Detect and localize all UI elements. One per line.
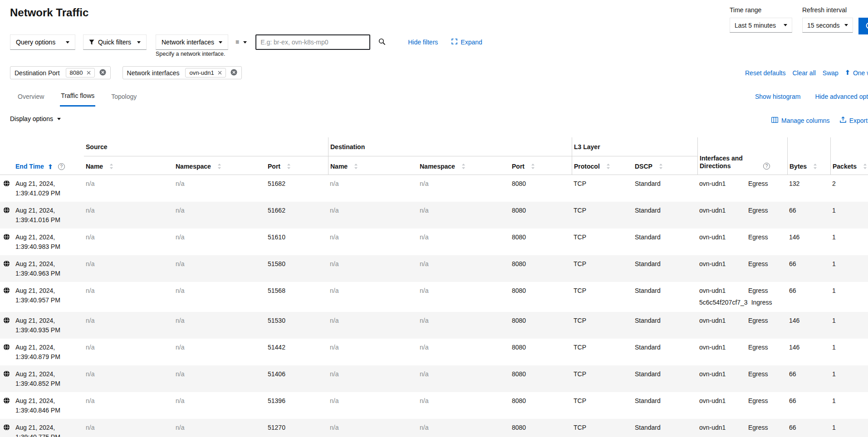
show-histogram-link[interactable]: Show histogram (755, 93, 800, 100)
tab-actions: Show histogram Hide advanced options (755, 93, 868, 100)
cell-source-port: 51682 (266, 175, 328, 202)
caret-down-icon (57, 118, 61, 120)
column-header-destination-namespace[interactable]: Namespace (418, 156, 510, 175)
chip-group-clear-button[interactable] (230, 69, 237, 77)
expand-link[interactable]: Expand (451, 39, 482, 46)
column-header-source-name[interactable]: Name (84, 156, 174, 175)
advanced-options-link[interactable]: Hide advanced options (815, 93, 868, 100)
cell-source-name: n/a (84, 365, 174, 392)
table-row[interactable]: Aug 21, 2024, 1:39:40.879 PM n/a n/a 514… (0, 339, 868, 365)
manage-columns-link[interactable]: Manage columns (771, 117, 830, 124)
cell-destination-name: n/a (328, 339, 418, 365)
cell-source-namespace: n/a (174, 392, 266, 419)
quick-filters-dropdown[interactable]: Quick filters (83, 34, 147, 50)
reset-defaults-link[interactable]: Reset defaults (745, 69, 786, 77)
cell-end-time: Aug 21, 2024, 1:39:41.029 PM (14, 175, 84, 202)
filter-value-input[interactable] (255, 34, 370, 50)
chip-group-clear-button[interactable] (99, 69, 106, 77)
table-row[interactable]: Aug 21, 2024, 1:39:41.029 PM n/a n/a 516… (0, 175, 868, 202)
interface-name: ovn-udn1 (699, 206, 745, 215)
table-row[interactable]: Aug 21, 2024, 1:39:41.016 PM n/a n/a 516… (0, 202, 868, 228)
chip-group-network-interfaces: Network interfaces ovn-udn1 (123, 66, 242, 79)
table-row[interactable]: Aug 21, 2024, 1:39:40.852 PM n/a n/a 514… (0, 365, 868, 392)
table-row[interactable]: Aug 21, 2024, 1:39:40.983 PM n/a n/a 516… (0, 228, 868, 255)
operator-select[interactable]: = (233, 39, 250, 46)
cell-bytes: 66 (787, 392, 830, 419)
column-group-source: Source (84, 137, 328, 156)
table-row[interactable]: Aug 21, 2024, 1:39:40.963 PM n/a n/a 515… (0, 255, 868, 282)
table-row[interactable]: Aug 21, 2024, 1:39:40.957 PM n/a n/a 515… (0, 282, 868, 312)
help-icon[interactable]: ? (58, 163, 65, 170)
swap-link[interactable]: Swap (823, 69, 839, 77)
column-header-packets[interactable]: Packets (830, 137, 868, 175)
display-options-dropdown[interactable]: Display options (10, 115, 61, 122)
chip-close-button[interactable] (218, 69, 222, 76)
caret-down-icon (137, 41, 141, 44)
cell-bytes: 66 (787, 365, 830, 392)
time-range-control: Time range Last 5 minutes (730, 6, 792, 33)
caret-down-icon (219, 41, 222, 44)
cell-source-port: 51442 (266, 339, 328, 365)
cell-packets: 1 (830, 419, 868, 437)
export-data-link[interactable]: Export data (840, 117, 868, 124)
cell-destination-namespace: n/a (418, 365, 510, 392)
refresh-interval-label: Refresh interval (802, 6, 853, 14)
filter-column-select[interactable]: Network interfaces (156, 34, 228, 50)
column-header-interfaces[interactable]: Interfaces and Directions ? (697, 137, 787, 175)
column-header-bytes[interactable]: Bytes (787, 137, 830, 175)
column-header-end-time[interactable]: End Time ? (14, 137, 84, 175)
column-header-destination-name[interactable]: Name (328, 156, 418, 175)
cell-protocol: TCP (572, 339, 633, 365)
column-header-protocol[interactable]: Protocol (572, 156, 633, 175)
cell-record-type (0, 202, 14, 228)
column-header-record-icon (0, 137, 14, 175)
chip-group-label: Network interfaces (127, 69, 180, 77)
cell-destination-name: n/a (328, 228, 418, 255)
cell-record-type (0, 312, 14, 339)
table-row[interactable]: Aug 21, 2024, 1:39:40.935 PM n/a n/a 515… (0, 312, 868, 339)
chip-group-label: Destination Port (15, 69, 60, 77)
tab-topology[interactable]: Topology (110, 90, 137, 107)
flow-record-icon (3, 371, 10, 379)
table-row[interactable]: Aug 21, 2024, 1:39:40.775 PM n/a n/a 512… (0, 419, 868, 437)
filter-helper-text: Specify a network interface. (156, 51, 226, 57)
cell-destination-namespace: n/a (418, 282, 510, 312)
table-row[interactable]: Aug 21, 2024, 1:39:40.846 PM n/a n/a 513… (0, 392, 868, 419)
interface-direction: Ingress (751, 298, 772, 307)
cell-packets: 2 (830, 175, 868, 202)
clear-all-link[interactable]: Clear all (793, 69, 816, 77)
table-actions: Manage columns Export data (771, 117, 868, 124)
time-range-select[interactable]: Last 5 minutes (730, 18, 792, 33)
tab-traffic-flows[interactable]: Traffic flows (60, 90, 95, 107)
chip-close-button[interactable] (87, 69, 91, 76)
cell-dscp: Standard (633, 339, 697, 365)
refresh-now-button[interactable] (858, 18, 868, 34)
cell-protocol: TCP (572, 202, 633, 228)
cell-destination-namespace: n/a (418, 228, 510, 255)
cell-end-time: Aug 21, 2024, 1:39:40.879 PM (14, 339, 84, 365)
cell-interfaces: ovn-udn1Egress (697, 392, 787, 419)
one-way-link[interactable]: One way (845, 69, 868, 77)
cell-record-type (0, 392, 14, 419)
column-header-destination-port[interactable]: Port (510, 156, 572, 175)
interface-direction: Egress (748, 259, 768, 269)
column-header-source-port[interactable]: Port (266, 156, 328, 175)
hide-filters-link[interactable]: Hide filters (408, 39, 438, 46)
refresh-interval-select[interactable]: 15 seconds (802, 18, 853, 33)
help-icon[interactable]: ? (763, 163, 770, 170)
column-header-source-namespace[interactable]: Namespace (174, 156, 266, 175)
apply-filter-button[interactable] (373, 34, 391, 50)
column-header-dscp[interactable]: DSCP (633, 156, 697, 175)
cell-protocol: TCP (572, 419, 633, 437)
cell-bytes: 146 (787, 339, 830, 365)
tab-overview[interactable]: Overview (17, 90, 45, 107)
flow-record-icon (3, 345, 10, 352)
column-group-l3-layer: L3 Layer (572, 137, 697, 156)
interface-name: ovn-udn1 (699, 286, 745, 296)
cell-packets: 1 (830, 255, 868, 282)
cell-source-port: 51396 (266, 392, 328, 419)
refresh-interval-control: Refresh interval 15 seconds (802, 6, 853, 33)
query-options-dropdown[interactable]: Query options (10, 34, 75, 50)
filter-icon (89, 39, 94, 45)
interface-name: ovn-udn1 (699, 259, 745, 269)
